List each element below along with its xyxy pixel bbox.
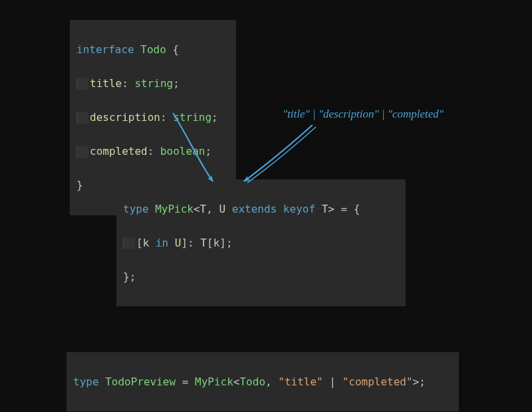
type-string: string: [134, 77, 173, 90]
code-line: type MyPick<T, U extends keyof T> = {: [123, 201, 399, 218]
brace-close: };: [123, 270, 136, 283]
keyword-type: type: [73, 375, 99, 388]
indent-guide: [76, 112, 88, 124]
code-block-mypick: type MyPick<T, U extends keyof T> = { [k…: [116, 179, 406, 306]
code-line: description: string;: [76, 109, 229, 126]
string-title: "title": [278, 375, 323, 388]
brace-open: {: [166, 43, 179, 56]
code-line: type TodoPreview = MyPick<Todo, "title" …: [73, 373, 452, 391]
generic-t: T: [200, 203, 207, 215]
indent-guide: [76, 78, 88, 90]
string-completed: "completed": [342, 375, 413, 388]
keyword-keyof: keyof: [283, 203, 322, 215]
type-arg-todo: Todo: [239, 375, 265, 388]
code-line: title: string;: [76, 75, 229, 92]
type-boolean: boolean: [160, 145, 205, 157]
type-string: string: [173, 111, 211, 124]
code-line: interface Todo {: [76, 41, 229, 58]
arrow-annotation-to-u: [244, 125, 313, 181]
code-line: };: [123, 268, 399, 286]
var-k: k: [143, 237, 150, 249]
indent-guide: [76, 146, 88, 158]
keyword-type: type: [123, 203, 149, 215]
keyword-in: in: [149, 237, 175, 249]
code-line: [k in U]: T[k];: [123, 235, 399, 252]
annotation-keys-union: "title" | "description" | "completed": [283, 108, 444, 121]
type-name-todo: Todo: [140, 43, 166, 56]
property-completed: completed: [90, 145, 148, 157]
code-block-todopreview: type TodoPreview = MyPick<Todo, "title" …: [66, 352, 459, 411]
type-name-todopreview: TodoPreview: [105, 375, 176, 388]
property-title: title: [90, 77, 122, 90]
generic-u: U: [219, 203, 226, 215]
type-ref-mypick: MyPick: [195, 375, 233, 388]
type-name-mypick: MyPick: [155, 203, 194, 215]
arrow-annotation-to-u-double: [247, 127, 316, 183]
keyword-interface: interface: [76, 43, 134, 56]
keyword-extends: extends: [225, 203, 283, 215]
indent-guide: [123, 237, 135, 249]
brace-close: }: [76, 179, 83, 191]
code-line: completed: boolean;: [76, 143, 229, 160]
property-description: description: [90, 111, 160, 124]
